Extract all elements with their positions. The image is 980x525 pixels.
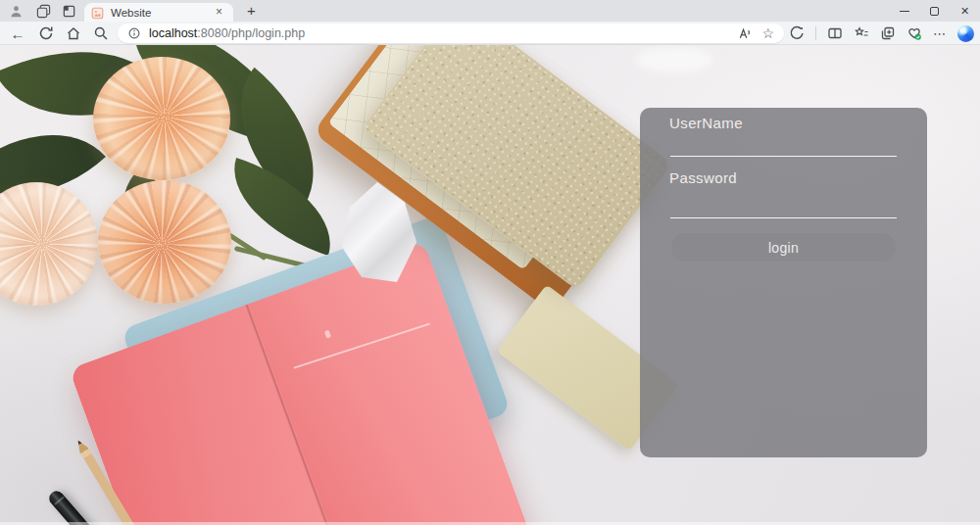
- rose-photo: [98, 180, 231, 304]
- tab-actions-icon[interactable]: [61, 3, 76, 19]
- username-label: UserName: [669, 115, 743, 131]
- page-content: UserName Password login: [0, 45, 980, 525]
- refresh-icon[interactable]: [37, 24, 55, 42]
- tab-title: Website: [111, 7, 212, 19]
- maximize-button[interactable]: [919, 0, 950, 22]
- minimize-button[interactable]: [889, 0, 919, 22]
- rose-photo: [93, 57, 230, 180]
- pen-photo: [46, 488, 106, 525]
- toolbar-right-icons: ⋯: [789, 24, 974, 42]
- maximize-icon: [930, 7, 939, 16]
- url-path: :8080/php/login.php: [197, 26, 305, 40]
- search-icon[interactable]: [92, 24, 110, 42]
- read-aloud-icon[interactable]: [737, 26, 752, 41]
- extensions-icon[interactable]: [789, 25, 805, 41]
- username-input[interactable]: [670, 133, 897, 157]
- browser-titlebar: Website × + ✕: [0, 0, 980, 22]
- close-window-button[interactable]: ✕: [950, 0, 980, 22]
- login-form: UserName Password login: [640, 108, 927, 457]
- password-label: Password: [669, 169, 737, 186]
- collections-icon[interactable]: [880, 25, 896, 41]
- favorites-icon[interactable]: [854, 25, 869, 41]
- home-icon[interactable]: [65, 24, 82, 42]
- website-favicon-icon: [91, 6, 104, 19]
- address-bar[interactable]: localhost:8080/php/login.php ☆: [118, 24, 784, 43]
- blurred-object: [635, 47, 713, 72]
- rose-photo: [0, 182, 98, 306]
- password-input[interactable]: [670, 195, 897, 218]
- back-icon[interactable]: ←: [9, 24, 26, 42]
- new-tab-button[interactable]: +: [242, 2, 261, 21]
- settings-more-icon[interactable]: ⋯: [933, 26, 947, 41]
- favorite-star-icon[interactable]: ☆: [761, 26, 774, 40]
- copilot-icon[interactable]: [957, 25, 974, 42]
- profile-icon[interactable]: [8, 3, 24, 19]
- url-host: localhost: [149, 26, 197, 40]
- browser-tab[interactable]: Website ×: [84, 3, 233, 22]
- toolbar-divider: [815, 26, 816, 40]
- window-controls: ✕: [889, 0, 980, 22]
- browser-toolbar: ← localhost:8080/php/login.php ☆ ⋯: [0, 22, 980, 45]
- login-button[interactable]: login: [670, 232, 897, 262]
- browser-essentials-icon[interactable]: [906, 25, 922, 41]
- site-info-icon[interactable]: [127, 26, 141, 40]
- browser-window: Website × + ✕ ← localhost:8080/php/login…: [0, 0, 980, 525]
- workspaces-icon[interactable]: [35, 3, 51, 19]
- split-screen-icon[interactable]: [827, 25, 843, 41]
- tab-close-icon[interactable]: ×: [212, 5, 226, 20]
- minimize-icon: [900, 11, 909, 12]
- url-text[interactable]: localhost:8080/php/login.php: [149, 26, 737, 40]
